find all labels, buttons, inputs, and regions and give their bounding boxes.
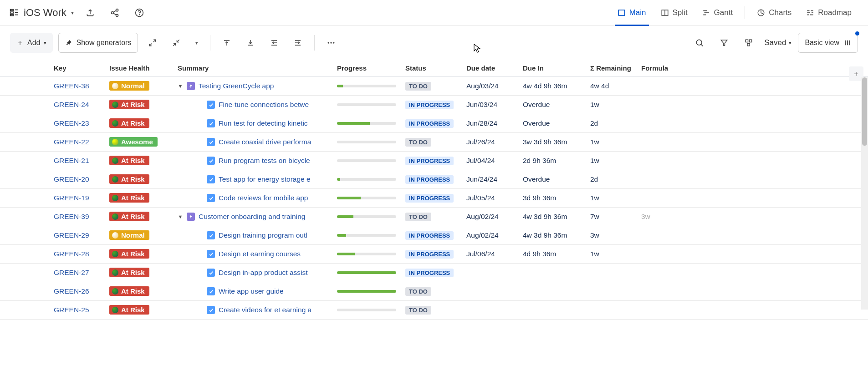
status-cell[interactable]: TO DO bbox=[405, 287, 466, 296]
expand-toggle[interactable]: ▼ bbox=[178, 214, 183, 219]
table-row[interactable]: GREEN-29Normal▼Design training program o… bbox=[0, 226, 868, 245]
issue-key[interactable]: GREEN-28 bbox=[14, 250, 109, 258]
status-cell[interactable]: TO DO bbox=[405, 213, 466, 221]
summary-text[interactable]: Test app for energy storage e bbox=[219, 175, 311, 183]
issue-key[interactable]: GREEN-24 bbox=[14, 101, 109, 109]
issue-summary[interactable]: ▼Create coaxial drive performa bbox=[178, 138, 337, 146]
status-cell[interactable]: TO DO bbox=[405, 82, 466, 91]
add-button[interactable]: ＋ Add ▾ bbox=[10, 33, 53, 53]
summary-text[interactable]: Run test for detecting kinetic bbox=[219, 119, 308, 127]
issue-key[interactable]: GREEN-20 bbox=[14, 175, 109, 183]
table-row[interactable]: GREEN-19At Risk▼Code reviews for mobile … bbox=[0, 189, 868, 208]
summary-text[interactable]: Run program tests on bicycle bbox=[219, 157, 310, 165]
issue-summary[interactable]: ▼Design in-app product assist bbox=[178, 269, 337, 277]
status-cell[interactable]: TO DO bbox=[405, 138, 466, 147]
issue-summary[interactable]: ▼Code reviews for mobile app bbox=[178, 194, 337, 202]
table-row[interactable]: GREEN-20At Risk▼Test app for energy stor… bbox=[0, 170, 868, 189]
summary-text[interactable]: Code reviews for mobile app bbox=[219, 194, 308, 202]
issue-key[interactable]: GREEN-23 bbox=[14, 119, 109, 127]
table-row[interactable]: GREEN-21At Risk▼Run program tests on bic… bbox=[0, 152, 868, 170]
issue-key[interactable]: GREEN-29 bbox=[14, 231, 109, 239]
table-row[interactable]: GREEN-38Normal▼Testing GreenCycle appTO … bbox=[0, 77, 868, 96]
table-row[interactable]: GREEN-23At Risk▼Run test for detecting k… bbox=[0, 114, 868, 133]
col-formula[interactable]: Formula bbox=[641, 64, 696, 72]
table-row[interactable]: GREEN-25At Risk▼Create videos for eLearn… bbox=[0, 301, 868, 320]
status-cell[interactable]: IN PROGRESS bbox=[405, 269, 466, 277]
status-cell[interactable]: TO DO bbox=[405, 306, 466, 315]
col-summary[interactable]: Summary bbox=[178, 64, 337, 72]
issue-summary[interactable]: ▼Create videos for eLearning a bbox=[178, 306, 337, 314]
table-row[interactable]: GREEN-26At Risk▼Write app user guideTO D… bbox=[0, 282, 868, 301]
group-button[interactable] bbox=[740, 34, 758, 52]
col-health[interactable]: Issue Health bbox=[109, 64, 178, 72]
issue-key[interactable]: GREEN-27 bbox=[14, 269, 109, 277]
issue-key[interactable]: GREEN-38 bbox=[14, 82, 109, 90]
summary-text[interactable]: Customer onboarding and training bbox=[199, 213, 305, 221]
col-due[interactable]: Due date bbox=[466, 64, 523, 72]
indent-button[interactable] bbox=[289, 34, 307, 52]
col-duein[interactable]: Due In bbox=[523, 64, 590, 72]
help-button[interactable] bbox=[131, 5, 148, 21]
scrollbar-vertical[interactable] bbox=[861, 77, 868, 310]
more-button[interactable] bbox=[322, 34, 340, 52]
issue-summary[interactable]: ▼Write app user guide bbox=[178, 287, 337, 295]
summary-text[interactable]: Design in-app product assist bbox=[219, 269, 308, 277]
status-cell[interactable]: IN PROGRESS bbox=[405, 119, 466, 128]
issue-summary[interactable]: ▼Run test for detecting kinetic bbox=[178, 119, 337, 127]
share-button[interactable] bbox=[82, 5, 98, 21]
status-cell[interactable]: IN PROGRESS bbox=[405, 231, 466, 240]
project-title[interactable]: iOS Work ▾ bbox=[9, 7, 74, 19]
status-cell[interactable]: IN PROGRESS bbox=[405, 194, 466, 203]
table-row[interactable]: GREEN-39At Risk▼Customer onboarding and … bbox=[0, 208, 868, 226]
table-row[interactable]: GREEN-27At Risk▼Design in-app product as… bbox=[0, 264, 868, 282]
summary-text[interactable]: Create coaxial drive performa bbox=[219, 138, 311, 146]
issue-key[interactable]: GREEN-26 bbox=[14, 287, 109, 295]
show-generators-button[interactable]: Show generators bbox=[58, 33, 138, 53]
issue-key[interactable]: GREEN-22 bbox=[14, 138, 109, 146]
tab-gantt[interactable]: Gantt bbox=[695, 0, 740, 26]
issue-summary[interactable]: ▼Run program tests on bicycle bbox=[178, 157, 337, 165]
issue-summary[interactable]: ▼Testing GreenCycle app bbox=[178, 82, 337, 90]
issue-key[interactable]: GREEN-25 bbox=[14, 306, 109, 314]
table-row[interactable]: GREEN-24At Risk▼Fine-tune connections be… bbox=[0, 96, 868, 114]
summary-text[interactable]: Design eLearning courses bbox=[219, 250, 301, 258]
issue-summary[interactable]: ▼Design training program outl bbox=[178, 231, 337, 239]
status-cell[interactable]: IN PROGRESS bbox=[405, 101, 466, 109]
basic-view-button[interactable]: Basic view bbox=[798, 33, 858, 53]
table-row[interactable]: GREEN-28At Risk▼Design eLearning courses… bbox=[0, 245, 868, 264]
tab-roadmap[interactable]: Roadmap bbox=[799, 0, 859, 26]
status-cell[interactable]: IN PROGRESS bbox=[405, 175, 466, 184]
summary-text[interactable]: Write app user guide bbox=[219, 287, 284, 295]
status-cell[interactable]: IN PROGRESS bbox=[405, 250, 466, 259]
tab-charts[interactable]: Charts bbox=[750, 0, 799, 26]
filter-button[interactable] bbox=[715, 34, 733, 52]
issue-key[interactable]: GREEN-21 bbox=[14, 157, 109, 165]
move-down-button[interactable] bbox=[241, 34, 260, 52]
issue-key[interactable]: GREEN-39 bbox=[14, 213, 109, 221]
outdent-button[interactable] bbox=[265, 34, 283, 52]
expand-dropdown[interactable]: ▾ bbox=[191, 34, 203, 52]
summary-text[interactable]: Fine-tune connections betwe bbox=[219, 101, 309, 109]
col-progress[interactable]: Progress bbox=[337, 64, 405, 72]
search-button[interactable] bbox=[690, 34, 709, 52]
saved-dropdown[interactable]: Saved ▾ bbox=[764, 38, 791, 47]
col-key[interactable]: Key bbox=[14, 64, 109, 72]
collapse-all-button[interactable] bbox=[167, 34, 185, 52]
link-share-button[interactable] bbox=[107, 5, 123, 21]
expand-toggle[interactable]: ▼ bbox=[178, 83, 183, 89]
scrollbar-thumb[interactable] bbox=[862, 77, 867, 146]
col-status[interactable]: Status bbox=[405, 64, 466, 72]
issue-key[interactable]: GREEN-19 bbox=[14, 194, 109, 202]
issue-summary[interactable]: ▼Customer onboarding and training bbox=[178, 213, 337, 221]
move-up-button[interactable] bbox=[218, 34, 236, 52]
summary-text[interactable]: Testing GreenCycle app bbox=[199, 82, 274, 90]
tab-split[interactable]: Split bbox=[654, 0, 695, 26]
status-cell[interactable]: IN PROGRESS bbox=[405, 157, 466, 165]
summary-text[interactable]: Design training program outl bbox=[219, 231, 307, 239]
issue-summary[interactable]: ▼Fine-tune connections betwe bbox=[178, 101, 337, 109]
col-remain[interactable]: Σ Remaining bbox=[590, 64, 641, 72]
issue-summary[interactable]: ▼Test app for energy storage e bbox=[178, 175, 337, 183]
summary-text[interactable]: Create videos for eLearning a bbox=[219, 306, 311, 314]
tab-main[interactable]: Main bbox=[610, 0, 654, 26]
expand-all-button[interactable] bbox=[143, 34, 162, 52]
